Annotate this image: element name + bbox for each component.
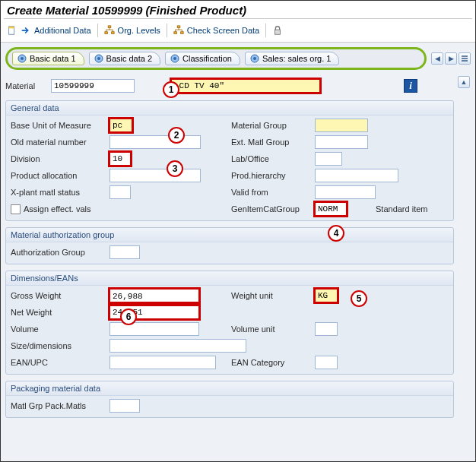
tab-sales-org-1[interactable]: Sales: sales org. 1 [245,52,340,65]
ean-category-label: EAN Category [231,358,315,367]
tab-scroll-left-button[interactable]: ◀ [431,52,443,65]
base-uom-field[interactable] [109,119,132,132]
additional-data-label: Additional Data [34,26,91,35]
callout-6: 6 [120,309,137,325]
gross-weight-field[interactable] [109,289,199,302]
weight-unit-label: Weight unit [231,291,315,300]
base-uom-label: Base Unit of Measure [11,121,109,130]
toggle-view-button[interactable] [7,25,17,36]
svg-rect-6 [174,32,177,34]
assign-effect-vals-checkbox[interactable] [11,204,21,214]
volume-unit-field[interactable] [315,322,338,336]
svg-rect-2 [108,26,111,28]
ean-upc-label: EAN/UPC [11,358,109,367]
matl-grp-pack-field[interactable] [109,399,140,413]
volume-unit-label: Volume unit [231,324,315,334]
hierarchy-check-icon [173,25,184,36]
tab-select-icon [94,54,103,63]
tab-basic-data-2[interactable]: Basic data 2 [89,52,161,65]
size-dim-label: Size/dimensions [11,341,109,350]
additional-data-button[interactable]: Additional Data [21,25,91,36]
gross-weight-label: Gross Weight [11,291,109,300]
hierarchy-icon [104,25,115,36]
callout-5: 5 [351,290,367,307]
callout-3: 3 [167,160,183,177]
org-levels-button[interactable]: Org. Levels [104,25,160,36]
tab-scroll-right-button[interactable]: ▶ [445,52,457,65]
old-material-label: Old material number [11,138,109,147]
arrow-right-icon [21,25,31,36]
valid-from-label: Valid from [231,188,315,197]
weight-unit-field[interactable] [315,289,338,302]
group-header: Packaging material data [6,381,453,396]
auth-group-field[interactable] [109,245,140,259]
tab-strip: Basic data 1 Basic data 2 Classification… [5,47,427,70]
tab-label: Sales: sales org. 1 [262,54,332,63]
callout-4: 4 [328,225,344,242]
ean-category-field[interactable] [315,356,338,369]
svg-point-10 [21,57,24,60]
material-group-field[interactable] [315,119,368,132]
volume-label: Volume [11,324,109,334]
app-toolbar: Additional Data Org. Levels Check Screen… [1,19,475,42]
window-title: Create Material 10599999 (Finished Produ… [1,1,475,18]
group-packaging: Packaging material data Matl Grp Pack.Ma… [5,381,454,418]
svg-rect-1 [9,27,14,29]
auth-group-label: Authorization Group [11,248,109,257]
material-description-field[interactable] [171,79,320,93]
product-allocation-label: Product allocation [11,171,109,180]
check-screen-button[interactable]: Check Screen Data [173,25,259,36]
vertical-scrollbar[interactable]: ▲ ▼ [457,76,471,461]
size-dim-field[interactable] [109,339,246,353]
group-header: General data [6,101,453,115]
gen-item-cat-field[interactable] [315,202,347,216]
tab-select-icon [250,54,259,63]
volume-field[interactable] [109,322,199,336]
xplant-status-field[interactable] [109,185,131,199]
ean-upc-field[interactable] [109,356,216,369]
assign-effect-vals-label: Assign effect. vals [24,204,90,214]
prod-hierarchy-field[interactable] [315,169,398,182]
xplant-status-label: X-plant matl status [11,188,109,197]
info-icon[interactable]: i [404,79,417,93]
group-dimensions-eans: Dimensions/EANs Gross Weight Weight unit… [5,271,454,375]
tab-classification[interactable]: Classification [165,52,240,65]
group-header: Dimensions/EANs [6,271,453,286]
lab-office-label: Lab/Office [231,154,315,163]
product-allocation-field[interactable] [109,169,201,182]
svg-point-16 [253,57,256,60]
svg-rect-5 [177,26,180,28]
svg-point-14 [173,57,176,60]
lock-button[interactable] [272,25,283,36]
group-header: Material authorization group [6,228,453,242]
list-icon [461,55,468,62]
material-label: Material [5,81,51,90]
material-group-label: Material Group [231,121,315,130]
gen-item-cat-label: GenItemCatGroup [231,204,315,214]
prod-hierarchy-label: Prod.hierarchy [231,171,315,180]
valid-from-field[interactable] [315,185,376,199]
ext-matl-group-field[interactable] [315,135,368,149]
callout-1: 1 [163,81,179,98]
net-weight-label: Net Weight [11,308,109,317]
svg-rect-7 [180,32,183,34]
svg-rect-4 [111,32,114,34]
tab-select-icon [17,54,27,63]
ext-matl-group-label: Ext. Matl Group [231,138,315,147]
svg-rect-8 [275,30,281,34]
svg-rect-3 [104,32,107,34]
tab-label: Basic data 2 [106,54,153,63]
division-field[interactable] [109,152,131,166]
old-material-field[interactable] [109,135,201,149]
scroll-up-button[interactable]: ▲ [458,76,470,88]
tab-list-button[interactable] [459,52,471,65]
tab-basic-data-1[interactable]: Basic data 1 [12,52,84,65]
material-number-field[interactable] [51,79,135,93]
division-label: Division [11,154,109,163]
tab-label: Classification [182,54,232,63]
group-material-auth: Material authorization group Authorizati… [5,227,454,264]
tab-label: Basic data 1 [30,54,76,63]
material-row: Material i [5,79,454,93]
check-screen-label: Check Screen Data [187,26,259,35]
lab-office-field[interactable] [315,152,342,166]
